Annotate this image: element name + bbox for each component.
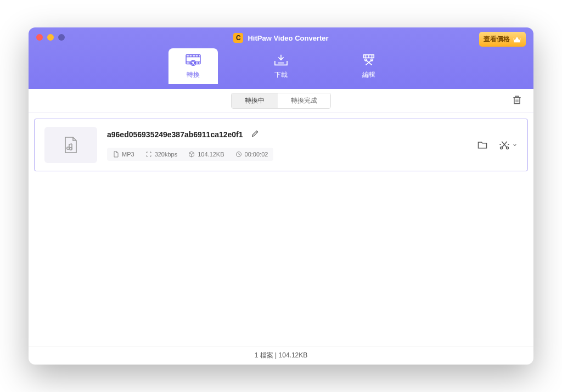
file-thumbnail [44,127,97,163]
close-window-button[interactable] [36,34,43,41]
status-tab-converting[interactable]: 轉換中 [232,93,278,108]
file-title-row: a96ed056935249e387ab6911ca12e0f1 [107,129,467,140]
tab-edit-label: 編輯 [362,70,375,80]
audio-file-icon [63,136,78,154]
status-tabs: 轉換中 轉換完成 [231,93,331,109]
tab-convert-label: 轉換 [187,70,200,80]
svg-point-18 [70,148,72,150]
clock-icon [235,151,242,158]
status-tab-converting-label: 轉換中 [245,97,265,104]
header: C HitPaw Video Converter 查看價格 [29,27,533,89]
app-title: HitPaw Video Converter [248,34,328,42]
delete-all-button[interactable] [512,94,522,108]
view-pricing-button[interactable]: 查看價格 [479,32,526,47]
meta-format: MP3 [113,151,134,158]
footer: 1 檔案 | 104.12KB [29,346,533,365]
tab-convert[interactable]: 轉換 [168,48,218,84]
app-window: C HitPaw Video Converter 查看價格 [29,27,533,365]
app-logo-letter: C [236,34,241,42]
meta-duration: 00:00:02 [235,151,268,158]
svg-point-19 [67,147,69,149]
file-actions [476,139,518,150]
meta-format-value: MP3 [122,151,134,158]
tab-edit[interactable]: 編輯 [344,48,394,84]
sub-header: 轉換中 轉換完成 [29,89,533,113]
meta-duration-value: 00:00:02 [245,151,268,158]
file-icon [113,151,119,158]
format-selector-button[interactable] [498,139,518,150]
convert-icon [185,54,201,67]
pencil-icon [251,129,260,138]
tab-download-label: 下載 [274,70,288,80]
scissors-convert-icon [498,139,510,150]
file-name: a96ed056935249e387ab6911ca12e0f1 [107,130,243,139]
download-icon [273,54,289,67]
app-logo-icon: C [233,33,243,43]
file-info: a96ed056935249e387ab6911ca12e0f1 MP3 [107,129,467,161]
svg-point-22 [507,147,509,149]
edit-icon [361,54,377,67]
maximize-window-button[interactable] [58,34,65,41]
status-tab-completed-label: 轉換完成 [291,97,317,104]
rename-button[interactable] [251,129,260,140]
cube-icon [188,151,195,158]
svg-point-21 [501,147,503,149]
meta-size-value: 104.12KB [198,151,224,158]
meta-bitrate-value: 320kbps [155,151,178,158]
meta-row: MP3 320kbps 104.12KB [107,148,273,161]
meta-size: 104.12KB [188,151,224,158]
file-row[interactable]: a96ed056935249e387ab6911ca12e0f1 MP3 [34,119,528,171]
status-tab-completed[interactable]: 轉換完成 [278,93,330,108]
resolution-icon [145,151,152,158]
main-nav: 轉換 下載 編輯 [29,48,533,84]
tab-download[interactable]: 下載 [256,48,306,84]
chevron-down-icon [512,142,518,148]
folder-icon [476,139,488,150]
traffic-lights [36,34,65,41]
crown-icon [513,36,521,43]
content-area: a96ed056935249e387ab6911ca12e0f1 MP3 [29,113,533,346]
open-folder-button[interactable] [476,139,488,150]
minimize-window-button[interactable] [47,34,54,41]
view-pricing-label: 查看價格 [484,35,510,44]
footer-text: 1 檔案 | 104.12KB [255,351,308,360]
title-bar: C HitPaw Video Converter [29,27,533,43]
meta-bitrate: 320kbps [145,151,178,158]
trash-icon [512,94,522,105]
